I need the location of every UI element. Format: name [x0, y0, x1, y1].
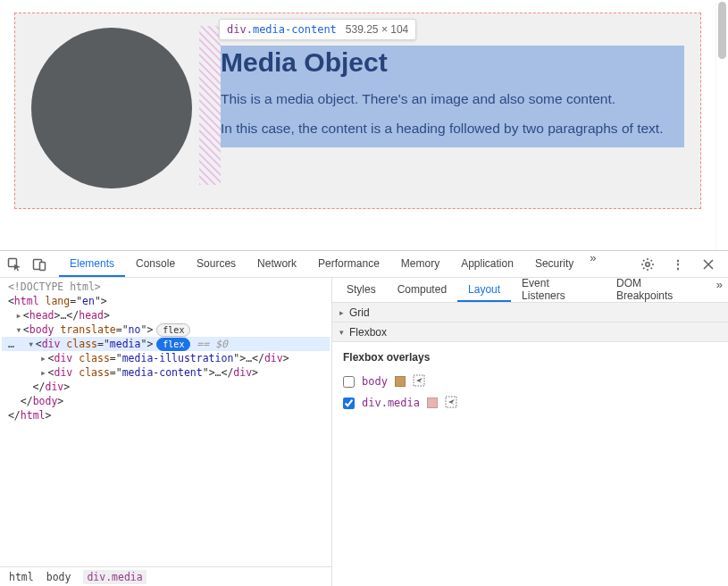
tabs-overflow-icon[interactable]: »	[584, 251, 601, 277]
vertical-scrollbar[interactable]	[715, 0, 728, 250]
overlay-checkbox-body[interactable]	[343, 376, 355, 388]
inspect-tooltip: div.media-content 539.25 × 104	[219, 19, 416, 40]
flex-overlays-title: Flexbox overlays	[343, 351, 717, 364]
dom-tree-panel: <!DOCTYPE html> <html lang="en"> ▸<head>…	[0, 278, 332, 586]
svg-point-3	[646, 262, 649, 265]
device-toolbar-icon[interactable]	[29, 254, 50, 275]
subtabs-overflow-icon[interactable]: »	[711, 278, 728, 302]
side-panel: Styles Computed Layout Event Listeners D…	[332, 278, 728, 586]
subtab-dom-breakpoints[interactable]: DOM Breakpoints	[606, 278, 711, 302]
subtab-computed[interactable]: Computed	[387, 278, 457, 302]
subtab-layout[interactable]: Layout	[457, 278, 511, 302]
overlay-name[interactable]: body	[362, 375, 388, 388]
media-heading: Media Object	[221, 46, 684, 85]
crumb-body[interactable]: body	[46, 571, 71, 583]
overlay-options-icon[interactable]	[413, 374, 425, 389]
overlay-options-icon[interactable]	[445, 396, 457, 411]
layout-section-flexbox[interactable]: ▾Flexbox	[332, 322, 728, 342]
devtools: Elements Console Sources Network Perform…	[0, 250, 728, 586]
tab-elements[interactable]: Elements	[59, 251, 125, 277]
subtab-styles[interactable]: Styles	[336, 278, 387, 302]
devtools-toolbar: Elements Console Sources Network Perform…	[0, 251, 728, 278]
layout-section-grid[interactable]: ▸Grid	[332, 303, 728, 322]
flex-overlay-row-media: div.media	[343, 392, 717, 414]
tab-memory[interactable]: Memory	[390, 251, 450, 277]
media-illustration	[31, 26, 197, 192]
overlay-name[interactable]: div.media	[362, 397, 420, 409]
flex-overlay-row-body: body	[343, 371, 717, 392]
page-viewport: Media Object This is a media object. The…	[0, 0, 728, 250]
devtools-main-tabs: Elements Console Sources Network Perform…	[59, 251, 633, 277]
circle-placeholder-icon	[31, 28, 192, 188]
crumb-div-media[interactable]: div.media	[83, 570, 146, 584]
overlay-checkbox-media[interactable]	[343, 398, 355, 409]
tab-sources[interactable]: Sources	[186, 251, 247, 277]
media-paragraph: In this case, the content is a heading f…	[221, 114, 684, 144]
inspect-element-icon[interactable]	[4, 254, 25, 275]
kebab-menu-icon[interactable]: ⋮	[667, 254, 689, 275]
scrollbar-thumb[interactable]	[718, 2, 726, 59]
close-devtools-icon[interactable]	[698, 254, 719, 275]
dom-selected-node[interactable]: … ▾<div class="media">flex == $0	[2, 337, 330, 351]
side-panel-tabs: Styles Computed Layout Event Listeners D…	[332, 278, 728, 303]
media-content-highlight: Media Object This is a media object. The…	[221, 46, 684, 147]
media-paragraph: This is a media object. There's an image…	[221, 85, 684, 114]
tab-security[interactable]: Security	[524, 251, 584, 277]
flex-overlay-media: Media Object This is a media object. The…	[14, 13, 701, 209]
svg-rect-2	[40, 262, 46, 270]
gear-icon[interactable]	[637, 254, 658, 275]
flex-gap-hatch-icon	[199, 26, 221, 185]
breadcrumb[interactable]: html body div.media	[0, 566, 331, 586]
subtab-event-listeners[interactable]: Event Listeners	[511, 278, 606, 302]
overlay-color-swatch[interactable]	[395, 376, 406, 387]
overlay-color-swatch[interactable]	[427, 398, 438, 408]
tab-console[interactable]: Console	[125, 251, 186, 277]
tab-network[interactable]: Network	[247, 251, 307, 277]
tab-performance[interactable]: Performance	[307, 251, 390, 277]
tab-application[interactable]: Application	[450, 251, 524, 277]
dom-tree[interactable]: <!DOCTYPE html> <html lang="en"> ▸<head>…	[0, 278, 331, 566]
crumb-html[interactable]: html	[9, 571, 34, 583]
